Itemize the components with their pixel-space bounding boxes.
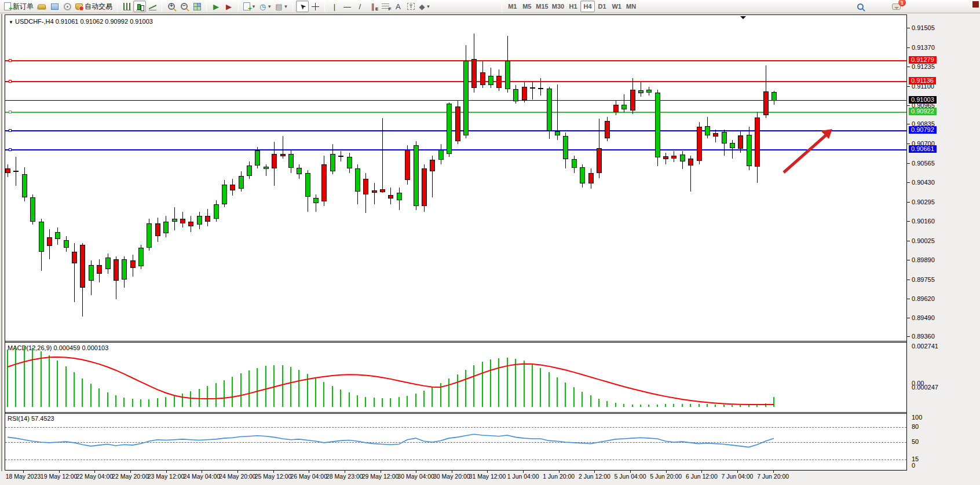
trend-arrow-annotation[interactable] xyxy=(5,15,906,341)
price-tick-label: 0.91505 xyxy=(912,24,935,31)
macd-axis-max: 0.002741 xyxy=(912,343,938,350)
toolbar-separator xyxy=(117,1,118,12)
price-tick-mark xyxy=(907,144,910,144)
price-tick-mark xyxy=(907,280,910,280)
timeframe-button-h1[interactable]: H1 xyxy=(566,1,580,12)
time-label: 2 Jun 12:00 xyxy=(579,473,610,480)
price-level-label-0.91279: 0.91279 xyxy=(909,56,937,64)
shapes-tool[interactable]: ◆▼ xyxy=(417,1,432,12)
rsi-panel[interactable]: RSI(14) 57.4523 xyxy=(5,414,906,470)
price-tick-mark xyxy=(907,28,910,28)
time-label: 7 Jun 04:00 xyxy=(722,473,754,480)
window-left-edge xyxy=(1,14,2,471)
time-label: 18 May 2023 xyxy=(6,473,41,480)
zoom-out-icon: − xyxy=(181,3,188,10)
line-chart-icon xyxy=(149,3,156,10)
crosshair-icon xyxy=(312,3,319,10)
candlestick-icon xyxy=(136,3,144,10)
gold-trading-button[interactable] xyxy=(35,1,48,12)
template-icon: ▤ xyxy=(275,3,282,10)
time-label: 29 May 12:00 xyxy=(362,473,399,480)
cursor-tool-button[interactable]: ➤ xyxy=(296,1,309,12)
new-order-button[interactable]: 新订单 xyxy=(2,1,35,12)
indicators-button[interactable]: ▼ xyxy=(242,1,258,12)
timeframe-button-d1[interactable]: D1 xyxy=(595,1,609,12)
price-level-label-0.90661: 0.90661 xyxy=(909,145,937,153)
bar-chart-type-button[interactable] xyxy=(120,1,133,12)
clock-icon: ◷ xyxy=(259,3,266,10)
tile-windows-button[interactable] xyxy=(191,1,203,12)
price-tick-label: 0.91235 xyxy=(912,63,935,70)
time-axis[interactable]: 18 May 202319 May 12:0022 May 04:0022 Ma… xyxy=(5,471,907,485)
macd-signal-line xyxy=(5,343,906,412)
auto-scroll-button[interactable]: ▶ xyxy=(210,1,222,12)
toolbar: 新订单 自动交易 + − ▶ ▶ ▼ ◷▼ ▤▼ ➤ xyxy=(0,0,980,13)
timeframe-button-m5[interactable]: M5 xyxy=(520,1,534,12)
tile-windows-icon xyxy=(193,3,201,10)
toolbar-separator xyxy=(502,1,502,12)
time-label: 6 Jun 12:00 xyxy=(686,473,718,480)
trendline-tool[interactable]: / xyxy=(353,1,366,12)
search-button[interactable] xyxy=(854,1,866,12)
rsi-line xyxy=(5,414,906,470)
price-tick-mark xyxy=(907,86,910,87)
chat-button[interactable]: 1 xyxy=(890,1,902,12)
price-tick-label: 0.90565 xyxy=(912,160,935,167)
time-label: 22 May 04:00 xyxy=(76,473,113,480)
fibonacci-tool[interactable]: F xyxy=(379,1,392,12)
indicators-icon xyxy=(243,2,250,10)
price-level-label-0.91003: 0.91003 xyxy=(909,96,937,104)
time-label: 19 May 12:00 xyxy=(41,473,78,480)
price-tick-mark xyxy=(907,299,910,299)
price-tick-mark xyxy=(907,67,910,67)
market-watch-button[interactable] xyxy=(48,1,61,12)
price-tick-mark xyxy=(907,47,910,48)
toolbar-separator xyxy=(292,1,293,12)
templates-button[interactable]: ▤▼ xyxy=(273,1,290,12)
time-label: 5 Jun 04:00 xyxy=(615,473,646,480)
periods-button[interactable]: ◷▼ xyxy=(258,1,273,12)
rsi-axis-80: 80 xyxy=(912,423,919,430)
price-tick-label: 0.89890 xyxy=(912,256,935,263)
candlestick-chart-type-button[interactable] xyxy=(133,1,146,12)
time-label: 5 Jun 20:00 xyxy=(650,473,682,480)
auto-scroll-icon: ▶ xyxy=(213,3,219,10)
chart-plot-area[interactable]: ▼ USDCHF-,H4 0.91061 0.91062 0.90992 0.9… xyxy=(5,14,907,471)
zoom-in-button[interactable]: + xyxy=(165,1,178,12)
autotrade-button[interactable]: 自动交易 xyxy=(74,1,114,12)
main-price-panel[interactable] xyxy=(5,15,906,341)
crosshair-tool-button[interactable] xyxy=(309,1,321,12)
channel-tool[interactable]: ∥E xyxy=(366,1,379,12)
text-label-tool[interactable]: T xyxy=(404,1,417,12)
price-tick-mark xyxy=(907,124,910,124)
price-axis[interactable]: 0.915050.913700.912350.911000.909650.908… xyxy=(907,14,980,471)
time-label: 1 Jun 04:00 xyxy=(507,473,539,480)
signal-icon xyxy=(64,3,71,10)
timeframe-button-m30[interactable]: M30 xyxy=(550,1,566,12)
price-tick-label: 0.89360 xyxy=(912,333,935,340)
rsi-axis-50: 50 xyxy=(912,438,919,445)
price-tick-label: 0.90160 xyxy=(912,218,935,225)
toolbar-separator xyxy=(162,1,162,12)
toolbar-separator xyxy=(206,1,207,12)
text-tool[interactable]: A xyxy=(392,1,404,12)
timeframe-button-m1[interactable]: M1 xyxy=(505,1,520,12)
vertical-line-tool[interactable]: | xyxy=(328,1,341,12)
chart-shift-button[interactable]: ▶ xyxy=(222,1,235,12)
timeframe-button-mn[interactable]: MN xyxy=(624,1,638,12)
price-tick-label: 0.90430 xyxy=(912,179,935,186)
timeframe-button-m15[interactable]: M15 xyxy=(534,1,550,12)
price-tick-mark xyxy=(907,105,910,106)
timeframe-button-w1[interactable]: W1 xyxy=(609,1,624,12)
horizontal-line-tool[interactable]: — xyxy=(341,1,353,12)
new-order-label: 新订单 xyxy=(13,2,34,12)
price-tick-label: 0.90025 xyxy=(912,237,935,244)
timeframe-button-h4[interactable]: H4 xyxy=(580,1,595,12)
macd-panel[interactable]: MACD(12,26,9) 0.000459 0.000103 xyxy=(5,343,906,412)
signals-button[interactable] xyxy=(61,1,74,12)
time-label: 26 May 04:00 xyxy=(290,473,327,480)
price-tick-label: 0.89490 xyxy=(912,314,935,321)
zoom-out-button[interactable]: − xyxy=(178,1,191,12)
screens-icon xyxy=(51,3,58,10)
line-chart-type-button[interactable] xyxy=(146,1,159,12)
